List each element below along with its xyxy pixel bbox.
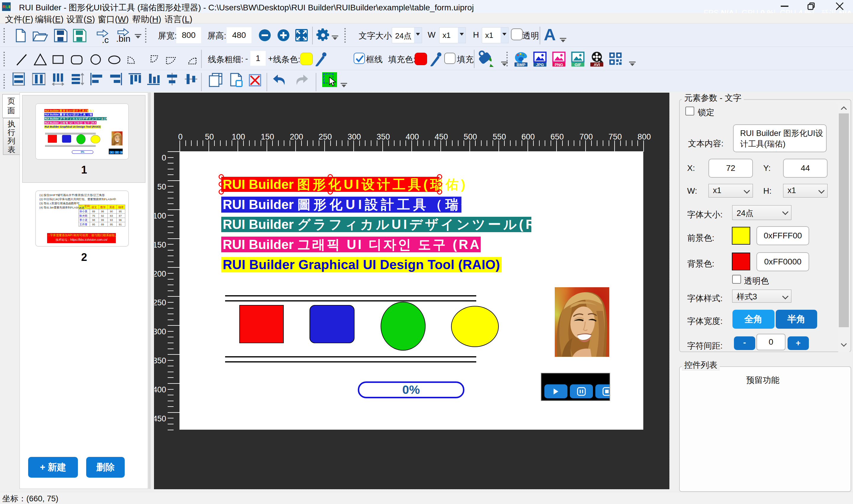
svg-text:450: 450 (154, 414, 166, 423)
svg-text:350: 350 (376, 132, 390, 141)
svg-text:李小龙: 李小龙 (79, 218, 87, 221)
svg-text:98: 98 (92, 218, 95, 221)
svg-text:450: 450 (434, 132, 448, 141)
svg-text:JPG: JPG (536, 62, 544, 67)
svg-text:500: 500 (463, 132, 477, 141)
svg-text:姓名: 姓名 (79, 206, 84, 209)
svg-text:150: 150 (154, 240, 166, 249)
svg-text:英语: 英语 (109, 206, 114, 209)
svg-text:300: 300 (154, 327, 166, 336)
svg-text:400: 400 (406, 132, 419, 141)
svg-text:550: 550 (493, 132, 506, 141)
svg-text:200: 200 (290, 132, 303, 141)
svg-text:99: 99 (101, 218, 104, 221)
svg-text:95: 95 (92, 223, 95, 226)
svg-text:学科: 学科 (84, 204, 90, 208)
svg-text:98: 98 (101, 210, 104, 213)
svg-text:89: 89 (101, 223, 104, 226)
svg-text:400: 400 (154, 385, 166, 394)
svg-text:300: 300 (348, 132, 361, 141)
svg-text:96: 96 (119, 218, 122, 221)
svg-text:PNG: PNG (555, 62, 563, 67)
svg-text:0: 0 (162, 154, 166, 162)
svg-text:75: 75 (92, 214, 95, 217)
svg-text:陈大明: 陈大明 (79, 214, 87, 217)
svg-text:350: 350 (154, 356, 166, 365)
svg-text:700: 700 (579, 132, 593, 141)
svg-text:95: 95 (110, 223, 113, 226)
svg-text:91: 91 (119, 223, 122, 226)
svg-text:250: 250 (318, 132, 332, 141)
svg-text:89: 89 (92, 210, 95, 213)
svg-text:数学: 数学 (101, 206, 106, 209)
svg-text:800: 800 (637, 132, 651, 141)
svg-text:BMP: BMP (517, 62, 526, 67)
svg-text:100: 100 (154, 212, 166, 220)
svg-text:250: 250 (154, 298, 166, 307)
svg-text:50: 50 (205, 132, 214, 141)
svg-text:GIF: GIF (574, 62, 581, 67)
svg-text:孙小美: 孙小美 (79, 210, 87, 213)
svg-text:650: 650 (550, 132, 564, 141)
svg-text:83: 83 (110, 214, 113, 217)
svg-text:物理: 物理 (118, 206, 124, 209)
svg-text:93: 93 (110, 218, 113, 221)
svg-text:600: 600 (521, 132, 535, 141)
svg-text:语文: 语文 (91, 206, 97, 209)
svg-text:95: 95 (119, 210, 122, 213)
svg-text:90: 90 (110, 210, 113, 213)
svg-text:王丹青: 王丹青 (79, 223, 87, 226)
svg-text:AVI: AVI (593, 62, 600, 67)
svg-text:100: 100 (232, 132, 245, 141)
svg-text:87: 87 (119, 214, 122, 217)
svg-text:200: 200 (154, 269, 166, 278)
svg-text:50: 50 (157, 182, 166, 191)
svg-text:150: 150 (261, 132, 274, 141)
svg-text:92: 92 (101, 214, 104, 217)
svg-text:750: 750 (608, 132, 622, 141)
